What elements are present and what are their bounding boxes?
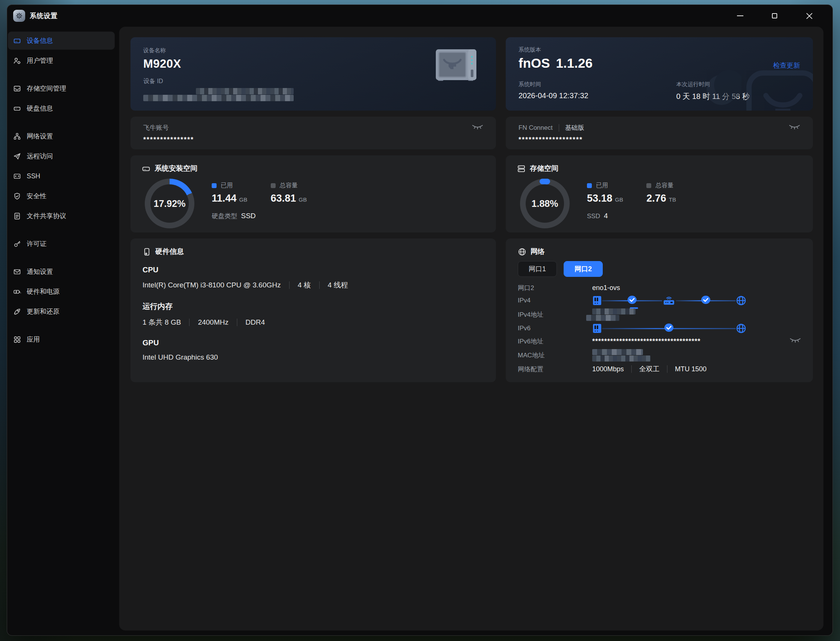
sidebar-item-user-management[interactable]: 用户管理 (8, 52, 115, 69)
system-space-percent: 17.92% (154, 198, 186, 209)
check-update-link[interactable]: 检查更新 (773, 61, 800, 70)
sidebar-item-device-info[interactable]: 设备信息 (8, 32, 115, 50)
hard-drive-icon (142, 164, 150, 173)
system-version: fnOS 1.1.26 (519, 56, 593, 71)
check-badge (664, 323, 674, 334)
total-swatch (646, 183, 651, 188)
sidebar-item-apps[interactable]: 应用 (8, 330, 115, 348)
hardware-info-card: 硬件信息 CPU Intel(R) Core(TM) i3-8100 CPU @… (130, 238, 496, 382)
sidebar-item-license[interactable]: 许可证 (8, 235, 115, 253)
network-port-tabs: 网口1 网口2 (518, 261, 801, 277)
eye-closed-icon[interactable] (790, 337, 801, 345)
sidebar-item-storage-pool[interactable]: 存储空间管理 (8, 79, 115, 97)
sidebar-item-label: 硬件和电源 (27, 287, 60, 296)
sidebar-item-notifications[interactable]: 通知设置 (8, 263, 115, 280)
sidebar-item-label: 通知设置 (27, 267, 53, 276)
divider (559, 124, 559, 132)
sidebar-item-label: 文件共享协议 (27, 211, 66, 221)
sidebar-item-remote-access[interactable]: 远程访问 (8, 147, 115, 165)
ssh-icon (13, 172, 21, 180)
tab-port-1[interactable]: 网口1 (518, 261, 557, 277)
sidebar-item-label: 许可证 (27, 239, 47, 248)
fn-account-hidden-value: *************** (143, 136, 483, 144)
sidebar-item-ssh[interactable]: SSH (8, 167, 115, 185)
used-unit: GB (239, 196, 247, 203)
connection-line (602, 328, 736, 329)
ipv4-label: IPv4 (518, 297, 592, 304)
window-controls (732, 8, 827, 23)
used-value: 53.18 (587, 193, 612, 204)
sidebar-item-label: 更新和还原 (27, 307, 60, 316)
ipv6-status-row: IPv6 (518, 322, 801, 335)
device-id-label: 设备 ID (143, 77, 483, 85)
sidebar-item-disk-info[interactable]: 硬盘信息 (8, 99, 115, 118)
fn-account-label: 飞牛账号 (143, 123, 169, 132)
sidebar-item-label: 远程访问 (27, 151, 53, 161)
device-info-icon (13, 37, 21, 45)
system-version-card: 系统版本 fnOS 1.1.26 检查更新 系统时间 2026-04-09 12… (506, 37, 813, 111)
storage-space-percent: 1.88% (532, 198, 558, 209)
disk-info-icon (13, 105, 21, 113)
check-badge (627, 295, 637, 306)
ipv4-status-row: IPv4 (518, 294, 801, 307)
connection-line (676, 300, 736, 301)
content-panel: 设备名称 M920X 设备 ID (119, 27, 824, 630)
ipv4-address-pixelated-value (592, 308, 636, 321)
close-button[interactable] (801, 8, 817, 23)
ssd-label: SSD (587, 213, 600, 220)
system-time-value: 2026-04-09 12:37:32 (519, 92, 676, 100)
ipv6-label: IPv6 (518, 325, 592, 332)
total-label: 总容量 (280, 182, 298, 190)
mail-icon (13, 268, 21, 276)
globe-icon (518, 248, 527, 256)
storage-space-title: 存储空间 (530, 164, 558, 174)
device-card: 设备名称 M920X 设备 ID (130, 37, 496, 111)
maximize-button[interactable] (767, 8, 782, 23)
config-mtu: MTU 1500 (675, 365, 707, 373)
file-sharing-icon (13, 212, 21, 220)
used-label: 已用 (221, 182, 233, 190)
remote-access-icon (13, 152, 21, 160)
ram-row: 1 条共 8 GB 2400MHz DDR4 (143, 317, 484, 327)
fn-connect-badge: 基础版 (565, 123, 584, 132)
tab-port-2[interactable]: 网口2 (564, 261, 603, 277)
divider (289, 281, 289, 289)
network-config-label: 网络配置 (518, 365, 592, 374)
device-chip-icon (143, 248, 151, 256)
rocket-icon (13, 308, 21, 316)
divider (189, 319, 190, 326)
ram-heading: 运行内存 (143, 301, 484, 311)
cpu-heading: CPU (143, 266, 484, 274)
mac-address-label: MAC地址 (518, 351, 592, 360)
network-config-row: 网络配置 1000Mbps 全双工 MTU 1500 (518, 362, 801, 375)
eye-closed-icon[interactable] (789, 124, 800, 132)
nas-icon (592, 295, 602, 306)
sidebar-item-file-sharing[interactable]: 文件共享协议 (8, 207, 115, 225)
total-swatch (271, 183, 276, 188)
fn-connect-hidden-value: ******************* (519, 136, 800, 144)
fn-connect-label: FN Connect (519, 124, 553, 132)
sidebar-item-network-settings[interactable]: 网络设置 (8, 127, 115, 145)
used-value: 11.44 (212, 193, 236, 204)
internet-globe-icon (736, 323, 746, 334)
sidebar-item-label: 存储空间管理 (27, 84, 66, 93)
network-card: 网络 网口1 网口2 网口2 eno1-ovs IPv4 (506, 238, 813, 382)
battery-bolt-icon (13, 288, 21, 296)
eye-closed-icon[interactable] (472, 124, 483, 132)
sidebar-item-label: 硬盘信息 (27, 104, 53, 113)
sidebar-item-hardware-power[interactable]: 硬件和电源 (8, 282, 115, 301)
user-management-icon (13, 57, 21, 65)
system-time-label: 系统时间 (519, 81, 676, 88)
gpu-model: Intel UHD Graphics 630 (143, 353, 218, 361)
config-speed: 1000Mbps (592, 365, 624, 373)
minimize-button[interactable] (732, 8, 747, 23)
sidebar-item-security[interactable]: 安全性 (8, 187, 115, 205)
disk-type-label: 硬盘类型 (212, 213, 237, 220)
os-name: fnOS (519, 56, 550, 71)
system-space-donut: 17.92% (145, 179, 194, 228)
cpu-cores: 4 核 (298, 280, 311, 290)
ipv4-address-row: IPv4地址 (518, 307, 801, 322)
device-name-label: 设备名称 (143, 47, 483, 54)
sidebar-item-update-restore[interactable]: 更新和还原 (8, 303, 115, 320)
system-time-block: 系统时间 2026-04-09 12:37:32 (519, 81, 676, 101)
